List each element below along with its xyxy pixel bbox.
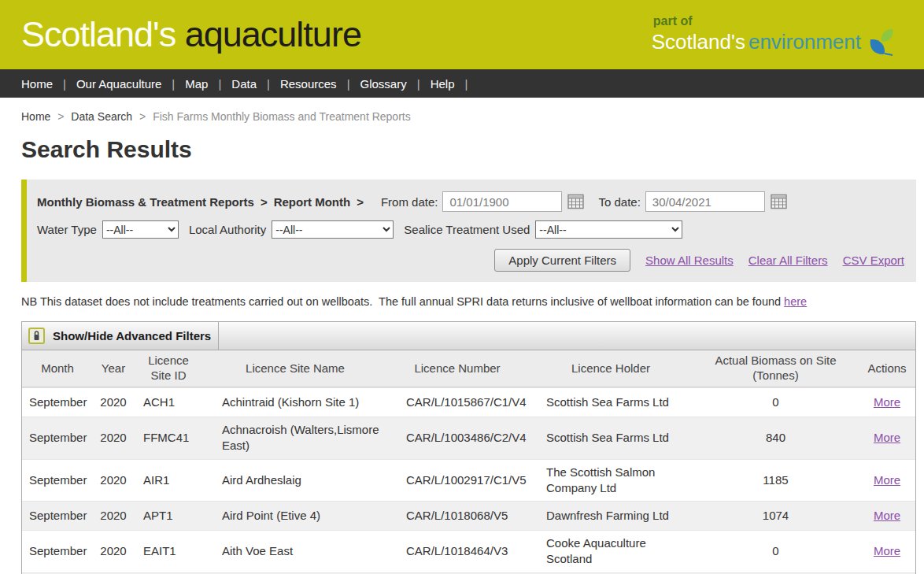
cell-licence-number: CAR/L/1018464/V3 [387,531,527,572]
column-header-year: Year [93,350,134,387]
from-date-calendar-icon[interactable] [567,194,584,209]
breadcrumb-current: Fish Farms Monthly Biomass and Treatment… [153,110,411,123]
advanced-filter-bar: Show/Hide Advanced Filters [22,322,915,350]
partner-part-of: part of [653,15,897,28]
column-header-licence-site-name: Licence Site Name [203,350,387,387]
wellboat-note: NB This dataset does not include treatme… [21,295,924,308]
cell-licence-holder: Scottish Sea Farms Ltd [527,388,694,417]
more-link[interactable]: More [874,394,900,410]
cell-year: 2020 [93,388,134,417]
cell-year: 2020 [93,417,134,459]
nav-divider: | [464,77,468,91]
cell-biomass: 0 [694,388,857,417]
cell-biomass: 0 [694,531,857,572]
cell-site-name: Achnacroish (Walters,Lismore East) [203,417,387,459]
from-date-label: From date: [381,195,438,209]
column-header-biomass: Actual Biomass on Site (Tonnes) [694,350,857,387]
cell-site-name: Aird Point (Etive 4) [203,502,387,530]
column-header-actions: Actions [857,350,917,387]
filter-panel: Monthly Biomass & Treatment Reports > Re… [21,180,916,282]
from-date-input[interactable] [442,191,562,212]
cell-actions: More [857,417,917,459]
more-link[interactable]: More [874,543,900,559]
breadcrumb-separator: > [57,110,64,123]
main-nav: Home|Our Aquaculture|Map|Data|Resources|… [0,69,924,98]
to-date-label: To date: [598,195,640,209]
column-header-licence-holder: Licence Holder [527,350,694,387]
more-link[interactable]: More [874,508,900,524]
nav-item-help[interactable]: Help [420,77,465,91]
more-link[interactable]: More [874,472,900,488]
cell-month: September [22,388,93,417]
cell-month: September [22,460,93,502]
table-row: September2020EAIT1Aith Voe EastCAR/L/101… [22,530,915,572]
filter-separator: > [357,195,364,209]
cell-site-id: EAIT1 [134,531,203,572]
cell-licence-number: CAR/L/1015867/C1/V4 [387,388,527,417]
more-link[interactable]: More [874,430,900,446]
cell-year: 2020 [93,502,134,530]
partner-environment: environment [748,31,861,53]
cell-site-id: APT1 [134,502,203,530]
partner-scotlands: Scotland's [652,31,745,53]
cell-site-id: ACH1 [134,388,203,417]
cell-licence-number: CAR/L/1002917/C1/V5 [387,460,527,502]
cell-site-name: Achintraid (Kishorn Site 1) [203,388,387,417]
local-authority-label: Local Authority [189,223,266,236]
clear-all-filters-link[interactable]: Clear All Filters [748,254,828,267]
cell-licence-number: CAR/L/1003486/C2/V4 [387,417,527,459]
cell-site-name: Aith Voe East [203,531,387,572]
cell-actions: More [857,502,917,530]
breadcrumb-home[interactable]: Home [21,110,50,123]
cell-licence-holder: Cooke Aquaculture Scotland [527,531,694,572]
partner-logo: part of Scotland's environment [652,13,897,57]
cell-site-name: Aird Ardheslaig [203,460,387,502]
breadcrumb-data-search[interactable]: Data Search [71,110,132,123]
column-header-licence-site-id: Licence Site ID [134,350,203,387]
table-row: September2020FFMC41Achnacroish (Walters,… [22,417,915,459]
cell-biomass: 840 [694,417,857,459]
results-table: Show/Hide Advanced Filters Month Year Li… [21,321,916,574]
nav-item-home[interactable]: Home [21,77,63,91]
site-header: Scotland's aquaculture part of Scotland'… [0,0,924,69]
nav-item-map[interactable]: Map [175,77,218,91]
cell-month: September [22,417,93,459]
site-logo: Scotland's aquaculture [21,14,361,55]
cell-actions: More [857,388,917,417]
column-header-month: Month [22,350,93,387]
filter-separator: > [261,195,268,209]
show-hide-advanced-filters-label: Show/Hide Advanced Filters [53,329,211,343]
csv-export-link[interactable]: CSV Export [843,254,904,267]
page-title: Search Results [21,136,924,163]
nav-item-our-aquaculture[interactable]: Our Aquaculture [66,77,172,91]
table-body: September2020ACH1Achintraid (Kishorn Sit… [22,387,915,574]
nav-item-glossary[interactable]: Glossary [350,77,417,91]
show-all-results-link[interactable]: Show All Results [645,254,734,267]
local-authority-select[interactable]: --All-- [272,220,394,239]
to-date-input[interactable] [645,191,765,212]
sealice-treatment-label: Sealice Treatment Used [404,223,530,236]
table-row: September2020ACH1Achintraid (Kishorn Sit… [22,387,915,417]
wellboat-note-text: NB This dataset does not include treatme… [21,295,781,308]
nav-item-data[interactable]: Data [221,77,267,91]
apply-filters-button[interactable]: Apply Current Filters [494,249,630,272]
cell-year: 2020 [93,460,134,502]
cell-actions: More [857,531,917,572]
to-date-calendar-icon[interactable] [771,194,787,209]
table-row: September2020AIR1Aird ArdheslaigCAR/L/10… [22,459,915,502]
cell-year: 2020 [93,531,134,572]
column-header-licence-number: Licence Number [387,350,527,387]
cell-biomass: 1074 [694,502,857,530]
cell-licence-holder: The Scottish Salmon Company Ltd [527,460,694,502]
cell-licence-holder: Scottish Sea Farms Ltd [527,417,694,459]
logo-aquaculture: aquaculture [185,14,361,54]
cell-month: September [22,531,93,572]
breadcrumb: Home > Data Search > Fish Farms Monthly … [21,110,924,123]
here-link[interactable]: here [784,295,807,308]
breadcrumb-separator: > [139,110,146,123]
water-type-select[interactable]: --All-- [102,220,179,239]
sealice-treatment-select[interactable]: --All-- [535,220,682,239]
cell-month: September [22,502,93,530]
nav-item-resources[interactable]: Resources [270,77,347,91]
show-hide-advanced-filters-button[interactable]: Show/Hide Advanced Filters [22,322,219,350]
